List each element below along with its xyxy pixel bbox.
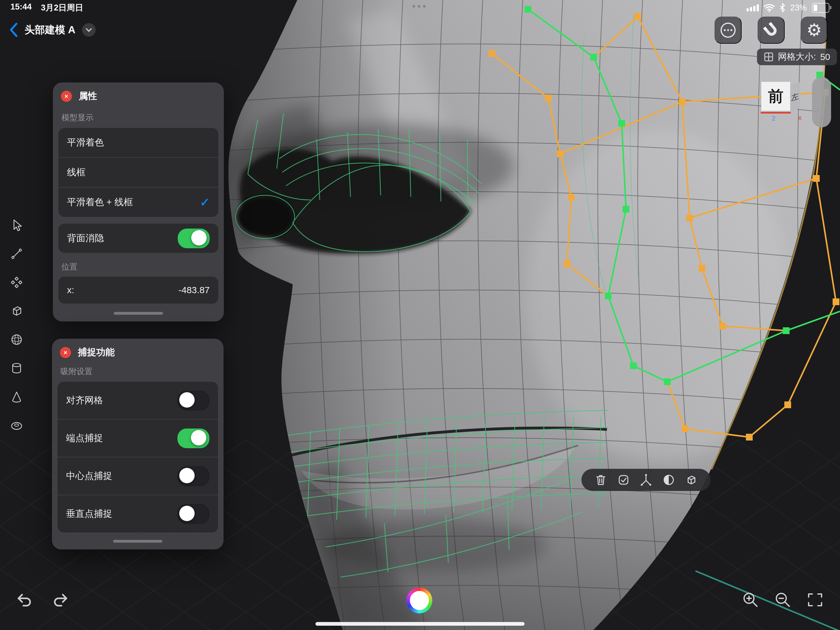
snap-panel: × 捕捉功能 吸附设置 对齐网格 端点捕捉 中心点捕捉 垂直点捕捉	[52, 339, 224, 549]
snap-perpendicular-row: 垂直点捕捉	[57, 495, 218, 532]
grid-size-label: 网格大小:	[778, 51, 816, 63]
sphere-tool-icon	[9, 331, 24, 348]
torus-tool-icon	[9, 417, 24, 434]
select-tool-icon	[9, 217, 24, 234]
close-icon[interactable]: ×	[60, 347, 71, 358]
position-section-label: 位置	[53, 261, 224, 272]
snap-panel-title: 捕捉功能	[78, 346, 115, 359]
settings-button[interactable]: ⚙	[801, 17, 828, 44]
drag-handle[interactable]	[114, 312, 163, 315]
cube-icon	[684, 473, 698, 487]
trash-icon	[594, 473, 608, 487]
back-chevron-icon[interactable]	[9, 23, 18, 37]
snap-endpoint-row: 端点捕捉	[57, 419, 218, 457]
position-group: x: -483.87	[58, 277, 218, 304]
page-title: 头部建模 A	[25, 23, 75, 37]
snap-center-toggle[interactable]	[177, 466, 209, 486]
line-tool-button[interactable]	[7, 245, 26, 263]
cube-tool-icon	[9, 302, 24, 320]
zoom-in-icon	[741, 590, 760, 609]
undo-button[interactable]	[12, 590, 36, 611]
select-all-button[interactable]	[615, 473, 632, 487]
sphere-tool-button[interactable]	[7, 331, 26, 348]
zoom-in-button[interactable]	[739, 590, 762, 611]
delete-button[interactable]	[592, 473, 610, 487]
header: 头部建模 A	[9, 23, 96, 37]
axis-z-label: 2	[772, 114, 775, 122]
color-picker[interactable]	[406, 587, 432, 613]
snap-center-row: 中心点捕捉	[57, 457, 218, 495]
zoom-out-button[interactable]	[771, 590, 794, 611]
snap-magnet-button[interactable]	[758, 17, 785, 44]
option-smooth-shading[interactable]: 平滑着色 ✓	[58, 128, 218, 157]
torus-tool-button[interactable]	[7, 417, 26, 434]
check-square-icon	[616, 473, 631, 487]
shading-options-group: 平滑着色 ✓ 线框 ✓ 平滑着色 + 线框 ✓	[58, 128, 218, 217]
x-field[interactable]: x: -483.87	[58, 277, 218, 304]
cone-tool-button[interactable]	[7, 388, 26, 405]
cylinder-tool-button[interactable]	[7, 359, 26, 377]
snap-grid-toggle[interactable]	[177, 391, 209, 410]
app-window: 15:44 3月2日周日 23% ••• 头部建模 A	[0, 0, 840, 630]
half-circle-icon	[662, 473, 676, 487]
ellipsis-circle-icon	[720, 22, 737, 39]
select-tool-button[interactable]	[7, 217, 26, 234]
snap-endpoint-toggle[interactable]	[177, 429, 209, 448]
magnet-icon	[763, 22, 780, 39]
history-controls	[12, 590, 73, 611]
more-options-button[interactable]	[715, 17, 742, 44]
multitask-dots[interactable]: •••	[412, 1, 428, 12]
x-value: -483.87	[178, 285, 210, 295]
fit-view-button[interactable]	[804, 590, 826, 611]
grid-icon	[764, 52, 774, 62]
backface-row: 背面消隐	[58, 224, 218, 253]
grid-size-value: 50	[820, 52, 830, 62]
pivot-button[interactable]	[637, 473, 655, 487]
cube-front-face[interactable]: 前	[761, 82, 790, 111]
vertex-tool-icon	[9, 274, 24, 291]
axis-x-label: x	[798, 114, 802, 122]
pivot-axis-icon	[639, 473, 653, 487]
snap-toggles-group: 对齐网格 端点捕捉 中心点捕捉 垂直点捕捉	[57, 382, 218, 532]
display-section-label: 模型显示	[53, 112, 224, 123]
view-slider-handle[interactable]	[812, 77, 831, 127]
grid-size-chip[interactable]: 网格大小: 50	[757, 49, 837, 65]
selection-toolbar	[581, 469, 711, 491]
cone-tool-icon	[9, 388, 24, 405]
vertex-tool-button[interactable]	[7, 274, 26, 291]
snap-grid-row: 对齐网格	[57, 382, 218, 419]
shading-mode-button[interactable]	[660, 473, 677, 487]
undo-icon	[14, 590, 34, 610]
backface-label: 背面消隐	[67, 232, 104, 245]
orientation-cube[interactable]: 前 左 2 x	[757, 78, 809, 123]
title-dropdown-icon[interactable]	[82, 23, 96, 36]
zoom-controls	[739, 590, 826, 611]
fit-view-icon	[805, 590, 825, 609]
close-icon[interactable]: ×	[61, 91, 72, 102]
battery-percent: 23%	[790, 3, 807, 13]
properties-panel: × 属性 模型显示 平滑着色 ✓ 线框 ✓ 平滑着色 + 线框 ✓ 背面消隐 位	[53, 82, 224, 321]
home-indicator[interactable]	[316, 622, 524, 626]
backface-toggle[interactable]	[178, 229, 210, 248]
gear-icon: ⚙	[807, 22, 822, 39]
drag-handle[interactable]	[113, 540, 163, 543]
cube-side-face[interactable]: 左	[790, 82, 800, 112]
wifi-icon	[764, 3, 775, 12]
option-wireframe[interactable]: 线框 ✓	[58, 157, 218, 187]
check-icon: ✓	[200, 196, 210, 209]
option-smooth-plus-wireframe[interactable]: 平滑着色 + 线框 ✓	[58, 187, 218, 217]
nostril	[237, 196, 293, 237]
left-toolbar	[7, 217, 26, 434]
backface-group: 背面消隐	[58, 224, 218, 253]
redo-button[interactable]	[49, 590, 73, 611]
clock: 15:44	[11, 2, 32, 13]
snap-section-label: 吸附设置	[52, 366, 224, 377]
snap-perpendicular-toggle[interactable]	[177, 504, 209, 524]
cube-tool-button[interactable]	[7, 302, 26, 320]
cube-axis-line	[761, 112, 791, 114]
top-right-toolbar: ⚙	[715, 17, 828, 44]
solid-mode-button[interactable]	[682, 473, 700, 487]
zoom-out-icon	[773, 590, 793, 609]
x-label: x:	[67, 285, 74, 295]
line-tool-icon	[9, 245, 24, 263]
